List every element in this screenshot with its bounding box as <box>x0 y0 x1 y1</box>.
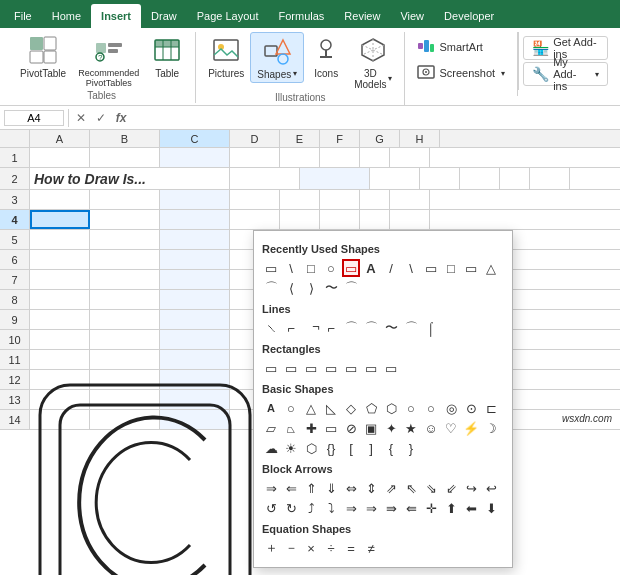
shape-oval[interactable]: ○ <box>322 259 340 277</box>
shape-diagonal1[interactable]: / <box>382 259 400 277</box>
arrow-callout1[interactable]: ⬆ <box>442 499 460 517</box>
arrow-updown[interactable]: ⇕ <box>362 479 380 497</box>
cell-d1[interactable] <box>230 148 280 167</box>
basic-sun[interactable]: ☀ <box>282 439 300 457</box>
shape-wave[interactable]: 〜 <box>322 279 340 297</box>
cell-b7[interactable] <box>90 270 160 289</box>
arrow-curved1[interactable]: ⤴ <box>302 499 320 517</box>
line-arc[interactable]: ⌒ <box>402 319 420 337</box>
line-curve1[interactable]: ⌒ <box>342 319 360 337</box>
basic-noentry[interactable]: ⊘ <box>342 419 360 437</box>
cell-g2[interactable] <box>500 168 530 189</box>
pivot-table-button[interactable]: PivotTable <box>14 32 72 81</box>
basic-para[interactable]: ▱ <box>262 419 280 437</box>
cell-b3[interactable] <box>90 190 160 209</box>
cell-d2[interactable] <box>370 168 420 189</box>
arrow-left[interactable]: ⇐ <box>282 479 300 497</box>
cell-reference-input[interactable] <box>4 110 64 126</box>
recommended-pivottables-button[interactable]: ? RecommendedPivotTables <box>72 32 145 90</box>
cell-b12[interactable] <box>90 370 160 389</box>
cell-b9[interactable] <box>90 310 160 329</box>
shape-rect2[interactable]: ▭ <box>422 259 440 277</box>
shape-rect3[interactable]: □ <box>442 259 460 277</box>
cell-h4[interactable] <box>390 210 430 229</box>
basic-triangle[interactable]: △ <box>302 399 320 417</box>
formula-input[interactable] <box>133 112 616 124</box>
tab-insert[interactable]: Insert <box>91 4 141 28</box>
line-step[interactable]: ⌐ <box>322 319 340 337</box>
basic-hex[interactable]: ⬡ <box>382 399 400 417</box>
basic-heart[interactable]: ♡ <box>442 419 460 437</box>
cell-c7[interactable] <box>160 270 230 289</box>
col-header-b[interactable]: B <box>90 130 160 147</box>
cell-c4[interactable] <box>160 210 230 229</box>
cell-b13[interactable] <box>90 390 160 409</box>
screenshot-button[interactable]: Screenshot ▾ <box>411 62 511 84</box>
cell-a1[interactable] <box>30 148 90 167</box>
arrow-striped1[interactable]: ⇒ <box>342 499 360 517</box>
col-header-d[interactable]: D <box>230 130 280 147</box>
basic-circle3[interactable]: ◎ <box>442 399 460 417</box>
tab-review[interactable]: Review <box>334 4 390 28</box>
rect-snip2[interactable]: ▭ <box>322 359 340 377</box>
basic-moon[interactable]: ☽ <box>482 419 500 437</box>
cell-a10[interactable] <box>30 330 90 349</box>
shape-rect4[interactable]: ▭ <box>462 259 480 277</box>
cell-c5[interactable] <box>160 230 230 249</box>
col-header-e[interactable]: E <box>280 130 320 147</box>
cell-b11[interactable] <box>90 350 160 369</box>
arrow-up[interactable]: ⇑ <box>302 479 320 497</box>
eq-plus[interactable]: ＋ <box>262 539 280 557</box>
line-freeform[interactable]: 〜 <box>382 319 400 337</box>
col-header-f[interactable]: F <box>320 130 360 147</box>
cancel-formula-icon[interactable]: ✕ <box>73 110 89 126</box>
arrow-callout2[interactable]: ⬅ <box>462 499 480 517</box>
basic-brace[interactable]: {} <box>322 439 340 457</box>
line-straight[interactable]: ⟍ <box>262 319 280 337</box>
tab-formulas[interactable]: Formulas <box>269 4 335 28</box>
basic-star4[interactable]: ✦ <box>382 419 400 437</box>
3d-models-button[interactable]: 3DModels ▾ <box>348 32 398 92</box>
cell-c8[interactable] <box>160 290 230 309</box>
eq-notequal[interactable]: ≠ <box>362 539 380 557</box>
arrow-notched2[interactable]: ⇚ <box>402 499 420 517</box>
arrow-notched1[interactable]: ⇛ <box>382 499 400 517</box>
basic-circle1[interactable]: ○ <box>402 399 420 417</box>
cell-a3[interactable] <box>30 190 90 209</box>
rect-snip3[interactable]: ▭ <box>342 359 360 377</box>
cell-c12[interactable] <box>160 370 230 389</box>
cell-f2[interactable] <box>460 168 500 189</box>
cell-c3[interactable] <box>160 190 230 209</box>
cell-c13[interactable] <box>160 390 230 409</box>
shape-rectangle[interactable]: ▭ <box>262 259 280 277</box>
arrow-diag3[interactable]: ⇘ <box>422 479 440 497</box>
basic-bracket1[interactable]: [ <box>342 439 360 457</box>
tab-draw[interactable]: Draw <box>141 4 187 28</box>
cell-d4[interactable] <box>230 210 280 229</box>
rect-round2[interactable]: ▭ <box>382 359 400 377</box>
cell-c11[interactable] <box>160 350 230 369</box>
basic-lightning[interactable]: ⚡ <box>462 419 480 437</box>
cell-e2[interactable] <box>420 168 460 189</box>
shape-brace-left[interactable]: ⟨ <box>282 279 300 297</box>
shape-diagonal2[interactable]: \ <box>402 259 420 277</box>
line-curve2[interactable]: ⌒ <box>362 319 380 337</box>
cell-e4[interactable] <box>280 210 320 229</box>
tab-developer[interactable]: Developer <box>434 4 504 28</box>
cell-b2[interactable] <box>230 168 300 189</box>
shape-arc[interactable]: ⌒ <box>342 279 360 297</box>
basic-text[interactable]: A <box>262 399 280 417</box>
arrow-diag4[interactable]: ⇙ <box>442 479 460 497</box>
confirm-formula-icon[interactable]: ✓ <box>93 110 109 126</box>
shape-curve1[interactable]: ⌒ <box>262 279 280 297</box>
arrow-right[interactable]: ⇒ <box>262 479 280 497</box>
arrow-quad[interactable]: ✛ <box>422 499 440 517</box>
pictures-button[interactable]: Pictures <box>202 32 250 81</box>
cell-e1[interactable] <box>280 148 320 167</box>
tab-home[interactable]: Home <box>42 4 91 28</box>
cell-d3[interactable] <box>230 190 280 209</box>
basic-brace3[interactable]: } <box>402 439 420 457</box>
icons-button[interactable]: Icons <box>304 32 348 81</box>
basic-cloud[interactable]: ☁ <box>262 439 280 457</box>
rect-rounded1[interactable]: ▭ <box>282 359 300 377</box>
